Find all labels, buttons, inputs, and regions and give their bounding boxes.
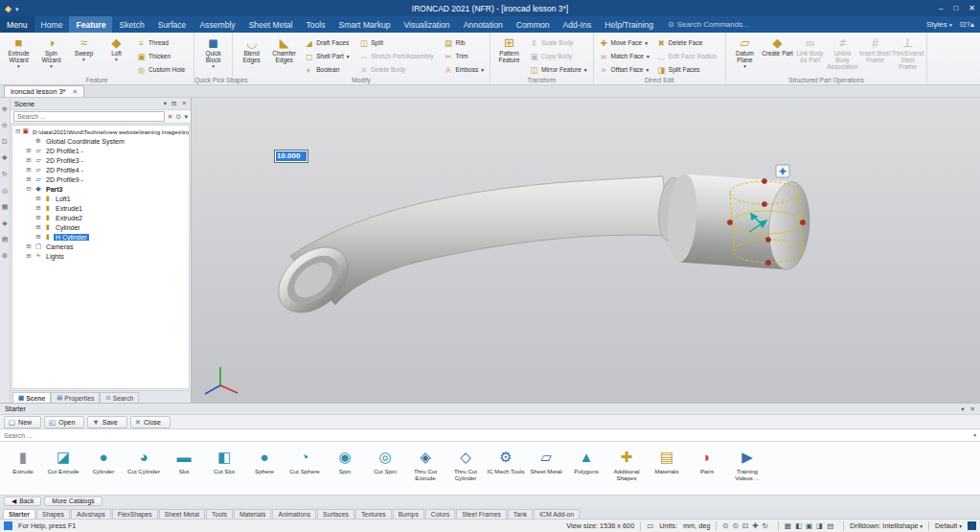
zoom-window-icon[interactable]: ⊡: [742, 521, 748, 530]
ribbon-button[interactable]: ▣ Thicken: [134, 50, 191, 62]
styles-dropdown[interactable]: Styles ▾: [926, 20, 952, 29]
ribbon-button[interactable]: ≡ Thread: [134, 36, 191, 49]
dimension-input[interactable]: 10.000: [274, 150, 308, 163]
catalog-toolbar-button[interactable]: ◰ Open: [44, 416, 84, 428]
panel-pin-icon[interactable]: ⊟: [171, 100, 176, 107]
catalog-tab[interactable]: Sheet Metal: [159, 509, 205, 519]
ribbon-tab[interactable]: Feature: [69, 16, 112, 33]
window-style-icon[interactable]: ⊡: [960, 20, 967, 29]
ribbon-button[interactable]: A Emboss ▾: [441, 63, 487, 76]
units-value[interactable]: mm, deg: [683, 521, 710, 530]
panel-tab[interactable]: ⊙ Search: [100, 392, 139, 403]
ribbon-button[interactable]: ◡ Edit Face Radius: [654, 50, 722, 62]
tree-expander[interactable]: ⊞: [25, 147, 33, 154]
tree-expander[interactable]: ⊞: [34, 204, 42, 212]
ribbon-button[interactable]: ✕ Delete Body: [356, 63, 439, 76]
isometric-view-icon[interactable]: ◈: [2, 220, 7, 227]
ribbon-button[interactable]: ◑ Spin Wizard ▾: [35, 35, 67, 68]
tree-item[interactable]: ⊞ ▮ H Cylinder: [12, 232, 189, 242]
move-handle-icon[interactable]: ✚: [776, 165, 789, 177]
ribbon-tab[interactable]: Surface: [151, 16, 194, 33]
ribbon-button[interactable]: ◨ Split Faces: [654, 63, 722, 76]
catalog-tab[interactable]: Shapes: [36, 509, 70, 519]
tree-item[interactable]: ⊞ ▮ Cylinder: [12, 222, 189, 232]
tree-item[interactable]: ⊕ Global Coordinate System: [12, 136, 189, 146]
close-icon[interactable]: ✕: [969, 4, 975, 12]
ribbon-button[interactable]: ▱ Datum Plane ▾: [729, 35, 761, 75]
catalog-tab[interactable]: Colors: [425, 509, 456, 519]
shaded-view-icon[interactable]: ▦: [785, 521, 791, 530]
tree-expander[interactable]: ⊞: [25, 175, 33, 183]
ribbon-button[interactable]: ◡ Blend Edges: [236, 35, 267, 68]
ribbon-button[interactable]: ∞ Link Body As Part: [794, 35, 826, 75]
catalog-item[interactable]: ▱ Sheet Metal: [527, 445, 565, 474]
catalog-tab[interactable]: Bumps: [393, 509, 424, 519]
catalog-item[interactable]: ● Cylinder: [84, 445, 123, 474]
catalog-search-input[interactable]: [4, 432, 973, 439]
tree-item[interactable]: ⊟ ▣ D:\data\2021\Word\Technet\new websit…: [12, 127, 189, 136]
catalog-toolbar-button[interactable]: ▢ New: [4, 416, 41, 428]
3d-viewport-canvas[interactable]: ✚: [192, 98, 980, 403]
viewport-settings-icon[interactable]: ⚙: [2, 252, 8, 260]
clear-search-icon[interactable]: ✕: [168, 113, 173, 121]
close-tab-icon[interactable]: ✕: [73, 88, 78, 96]
scene-search-input[interactable]: [13, 111, 165, 122]
catalog-item[interactable]: ● Sphere: [245, 445, 284, 474]
cylinder-segment[interactable]: [665, 173, 812, 271]
ribbon-button[interactable]: » Offset Face ▾: [597, 63, 652, 76]
catalog-item[interactable]: ◔ Cut Sphere: [285, 445, 324, 474]
ribbon-tab[interactable]: Smart Markup: [332, 16, 398, 33]
catalog-tab[interactable]: Advshaps: [71, 509, 111, 519]
catalog-tab[interactable]: Tank: [508, 509, 533, 519]
tree-expander[interactable]: ⊞: [25, 166, 33, 173]
chevron-down-icon[interactable]: ▾: [184, 113, 188, 121]
ribbon-button[interactable]: ◆ Create Part: [762, 35, 793, 75]
ribbon-tab[interactable]: Annotation: [457, 16, 510, 33]
catalog-item[interactable]: ▮ Extrude: [4, 445, 42, 474]
zoom-out-tool-icon[interactable]: ⊖: [2, 122, 8, 129]
orbit-icon[interactable]: ↻: [763, 521, 768, 530]
tree-item[interactable]: ⊞ ▮ Extrude2: [12, 213, 189, 222]
catalog-item[interactable]: ◧ Cut Slot: [205, 445, 243, 474]
ribbon-button[interactable]: ⊥ Trim/Extend Steel Frame: [892, 35, 923, 75]
ribbon-button[interactable]: ✚ Move Face ▾: [597, 36, 652, 49]
ribbon-button[interactable]: ≍ Match Face ▾: [597, 50, 652, 62]
tree-expander[interactable]: ⊞: [34, 233, 42, 241]
section-view-icon[interactable]: ▤: [827, 521, 833, 530]
ribbon-button[interactable]: ◫ Split: [356, 36, 439, 49]
catalog-tab[interactable]: Animations: [272, 509, 316, 519]
ribbon-button[interactable]: ◼ Quick Block ▾: [197, 35, 229, 68]
catalog-item[interactable]: ▬ Slot: [165, 445, 203, 474]
catalog-item[interactable]: ◎ Cut Spin: [366, 445, 404, 474]
catalog-tab[interactable]: Steel Frames: [456, 509, 506, 519]
ribbon-button[interactable]: ⇔ Stretch Part/Assembly: [356, 50, 439, 62]
ribbon-button[interactable]: ◐ Boolean: [302, 63, 354, 76]
back-button[interactable]: ◀ Back: [4, 497, 41, 506]
catalog-item[interactable]: ⚙ IC Mech Tools: [487, 445, 525, 474]
ribbon-tab[interactable]: Add-Ins: [557, 16, 599, 33]
ribbon-button[interactable]: ▤ Rib: [441, 36, 487, 49]
catalog-item[interactable]: ▲ Polygons: [567, 445, 605, 474]
panel-dropdown-icon[interactable]: ▾: [164, 100, 167, 107]
search-icon[interactable]: ⊙: [176, 113, 182, 121]
render-mode-icon[interactable]: ▤: [2, 236, 9, 243]
catalog-item[interactable]: ◇ Thru Cut Cylinder: [446, 445, 485, 481]
catalog-item[interactable]: ✚ Additional Shapes: [607, 445, 646, 481]
ribbon-button[interactable]: ◣ Chamfer Edges: [268, 35, 300, 68]
ribbon-button[interactable]: ◎ Custom Hole: [134, 63, 191, 76]
ribbon-tab[interactable]: Sheet Metal: [242, 16, 300, 33]
collapse-ribbon-icon[interactable]: ▴: [970, 20, 974, 29]
tree-item[interactable]: ⊞ ▮ Extrude1: [12, 203, 189, 213]
tree-expander[interactable]: ⊟: [15, 127, 20, 135]
pan-tool-icon[interactable]: ✚: [2, 154, 8, 162]
ribbon-button[interactable]: ■ Extrude Wizard ▾: [3, 35, 34, 68]
tree-expander[interactable]: ⊞: [34, 195, 42, 202]
faucet-model[interactable]: [266, 173, 812, 326]
wireframe-view-icon[interactable]: ◧: [795, 521, 802, 530]
ribbon-button[interactable]: ✖ Delete Face: [654, 36, 722, 49]
tree-item[interactable]: ⊞ ▱ 2D Profile3 -: [12, 155, 189, 165]
catalog-menu-icon[interactable]: ▾: [961, 405, 964, 413]
catalog-item[interactable]: ◈ Thru Cut Extrude: [406, 445, 444, 481]
orbit-tool-icon[interactable]: ↻: [2, 171, 8, 178]
maximize-icon[interactable]: □: [953, 4, 958, 12]
